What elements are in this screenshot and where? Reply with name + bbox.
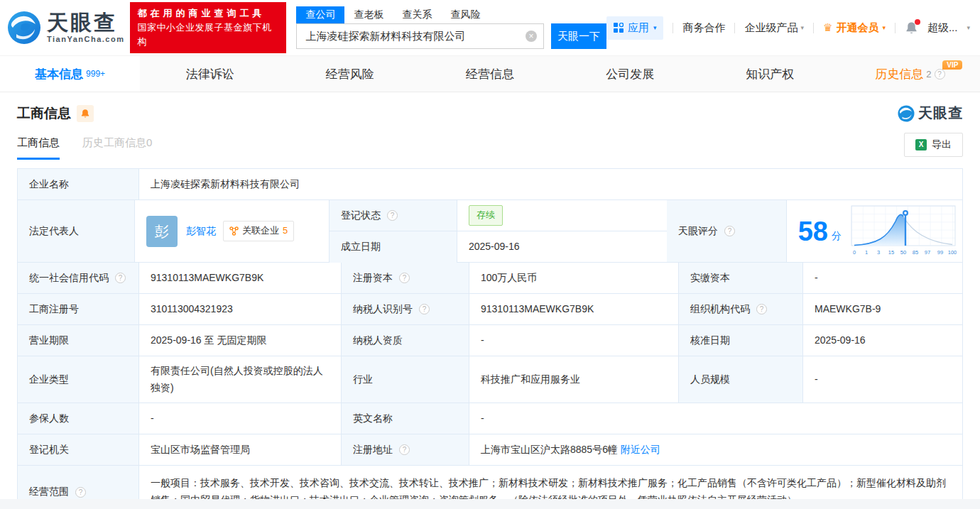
crown-icon: ♛ — [823, 21, 832, 34]
question-icon[interactable]: ? — [935, 69, 945, 80]
user-name: 超级... — [927, 21, 958, 35]
tab-label: 经营信息 — [466, 66, 514, 82]
section-header: 工商信息 天眼查 — [0, 92, 980, 123]
tab-legal-proceedings[interactable]: 法律诉讼 — [140, 56, 280, 92]
enterprise-product-label: 企业级产品 — [744, 21, 797, 35]
tab-company-development[interactable]: 公司发展 — [560, 56, 700, 92]
related-companies-badge[interactable]: 关联企业 5 — [223, 221, 294, 241]
chevron-down-icon[interactable]: ▾ — [967, 24, 970, 31]
notifications-button[interactable] — [905, 21, 918, 35]
tab-history-info[interactable]: VIP 历史信息 2 ? — [840, 56, 980, 92]
field-label-tax-id: 纳税人识别号? — [342, 294, 469, 325]
question-icon[interactable]: ? — [756, 304, 767, 314]
field-value-uscc: 91310113MAEWKG7B9K — [139, 263, 342, 294]
question-icon[interactable]: ? — [419, 304, 430, 314]
subtab-row: 工商信息 历史工商信息0 X 导出 — [0, 123, 980, 160]
field-label-org-code: 组织机构代码? — [679, 294, 803, 325]
tab-label: 法律诉讼 — [186, 66, 234, 82]
chevron-down-icon: ▾ — [882, 24, 886, 31]
divider — [734, 23, 735, 33]
bell-icon — [80, 109, 90, 119]
tab-count: 2 — [926, 69, 931, 80]
tab-badge: 999+ — [86, 69, 105, 79]
tab-label: 知识产权 — [746, 66, 794, 82]
promo-line1: 都在用的商业查询工具 — [137, 6, 279, 21]
vip-badge: VIP — [942, 60, 962, 70]
nearby-companies-link[interactable]: 附近公司 — [621, 442, 660, 459]
nav-cooperation[interactable]: 商务合作 — [682, 21, 725, 35]
tianyancha-watermark-icon — [898, 105, 915, 122]
divider — [813, 23, 814, 33]
field-value-industry: 科技推广和应用服务业 — [469, 356, 679, 403]
field-label-reg-no: 工商注册号 — [18, 294, 139, 325]
question-icon[interactable]: ? — [399, 273, 410, 283]
apps-menu[interactable]: 应用 ▾ — [606, 16, 664, 40]
status-badge: 存续 — [469, 205, 503, 225]
svg-text:97: 97 — [925, 249, 930, 256]
apps-grid-icon — [614, 23, 624, 33]
question-icon[interactable]: ? — [399, 444, 410, 455]
user-menu[interactable]: 超级... — [927, 21, 958, 35]
tab-operational-risk[interactable]: 经营风险 — [280, 56, 420, 92]
search-button[interactable]: 天眼一下 — [551, 23, 606, 49]
field-value-address: 上海市宝山区沪太路8885号6幢 附近公司 — [469, 434, 962, 466]
svg-text:1: 1 — [865, 249, 868, 256]
monitor-bell-chip[interactable] — [77, 105, 94, 122]
open-vip-button[interactable]: ♛ 开通会员 ▾ — [823, 21, 886, 35]
search-tabs: 查公司 查老板 查关系 查风险 — [296, 6, 606, 23]
field-value-tax-qual: - — [469, 325, 679, 356]
clear-search-icon[interactable]: × — [526, 31, 537, 42]
field-label-authority: 登记机关 — [18, 434, 139, 466]
company-nav-tabs: 基本信息 999+ 法律诉讼 经营风险 经营信息 公司发展 知识产权 VIP 历… — [0, 55, 980, 92]
table-row: 登记机关 宝山区市场监督管理局 注册地址? 上海市宝山区沪太路8885号6幢 附… — [18, 434, 962, 466]
search-tab-boss[interactable]: 查老板 — [344, 6, 393, 23]
field-label-staff-size: 人员规模 — [679, 356, 803, 403]
table-row: 营业期限 2025-09-16 至 无固定期限 纳税人资质 - 核准日期 202… — [18, 325, 962, 356]
score-axis-labels: 0 1 3 15 50 85 97 99 100 — [853, 249, 957, 256]
table-row: 法定代表人 彭 彭智花 关联企业 5 — [18, 200, 962, 263]
legal-rep-link[interactable]: 彭智花 — [186, 223, 216, 240]
tab-intellectual-property[interactable]: 知识产权 — [700, 56, 840, 92]
field-value-score: 58 分 — [787, 200, 962, 263]
field-label-industry: 行业 — [342, 356, 469, 403]
field-label-legal-rep: 法定代表人 — [18, 200, 135, 263]
export-button[interactable]: X 导出 — [904, 133, 963, 157]
question-icon[interactable]: ? — [115, 273, 126, 283]
network-icon — [229, 226, 239, 236]
question-icon[interactable]: ? — [724, 226, 735, 236]
table-row: 参保人数 - 英文名称 - — [18, 403, 962, 434]
related-companies-count: 5 — [283, 223, 288, 239]
tianyancha-logo[interactable]: 天眼查 TianYanCha.com — [7, 11, 124, 45]
tab-label: 经营风险 — [326, 66, 374, 82]
search-tab-risk[interactable]: 查风险 — [441, 6, 489, 23]
field-label-term: 营业期限 — [18, 325, 139, 356]
field-value-business-scope: 一般项目：技术服务、技术开发、技术咨询、技术交流、技术转让、技术推广；新材料技术… — [139, 466, 962, 499]
question-icon[interactable]: ? — [387, 210, 398, 221]
chevron-down-icon: ▾ — [800, 24, 804, 31]
search-tab-company[interactable]: 查公司 — [296, 6, 344, 23]
field-label-tax-qual: 纳税人资质 — [342, 325, 469, 356]
question-icon[interactable]: ? — [75, 487, 86, 498]
page-background-strip — [0, 499, 980, 509]
search-tab-relation[interactable]: 查关系 — [393, 6, 441, 23]
subtab-business-info[interactable]: 工商信息 — [17, 136, 60, 160]
subtab-history-business-info[interactable]: 历史工商信息0 — [82, 136, 152, 160]
logo-subtitle: TianYanCha.com — [47, 35, 124, 43]
field-label-insured: 参保人数 — [18, 403, 139, 434]
promo-banner: 都在用的商业查询工具 国家中小企业发展子基金旗下机构 — [130, 2, 286, 53]
field-value-term: 2025-09-16 至 无固定期限 — [139, 325, 342, 356]
table-row: 统一社会信用代码? 91310113MAEWKG7B9K 注册资本? 100万人… — [18, 263, 962, 294]
header-nav: 应用 ▾ 商务合作 企业级产品 ▾ ♛ 开通会员 ▾ — [606, 16, 970, 40]
nav-enterprise-product[interactable]: 企业级产品 ▾ — [744, 21, 804, 35]
divider — [673, 23, 673, 33]
legal-rep-avatar[interactable]: 彭 — [146, 216, 178, 247]
field-value-tax-id: 91310113MAEWKG7B9K — [469, 294, 679, 325]
score-value: 58 — [798, 218, 828, 245]
tab-basic-info[interactable]: 基本信息 999+ — [0, 56, 140, 92]
divider — [895, 23, 895, 33]
search-input[interactable] — [296, 23, 543, 49]
svg-text:50: 50 — [900, 249, 906, 256]
svg-text:3: 3 — [877, 249, 880, 256]
tab-business-info[interactable]: 经营信息 — [420, 56, 560, 92]
field-label-business-scope: 经营范围? — [18, 466, 139, 499]
